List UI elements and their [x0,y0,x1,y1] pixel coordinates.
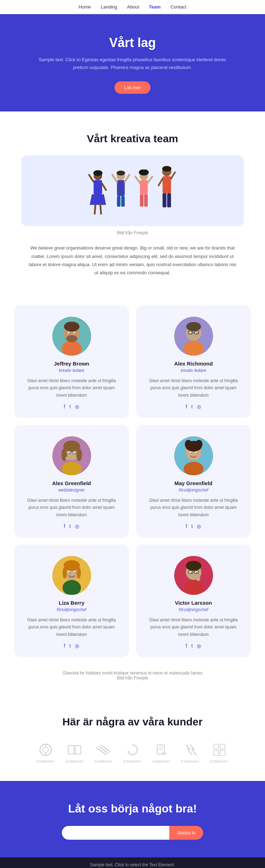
facebook-icon-4[interactable]: f [64,643,65,649]
team-desc-3: Glavi amet ritnisl libero molestie ante … [145,497,242,518]
social-icons-3: f t ◎ [145,523,242,529]
twitter-icon-1[interactable]: t [192,404,193,409]
svg-point-33 [64,322,80,332]
team-intro-title: Vårt kreativa team [21,133,244,145]
svg-point-94 [196,577,200,581]
client-label-5: COMPANY [181,760,200,763]
client-label-4: COMPANY [152,760,171,763]
client-icon-6 [212,742,227,758]
avatar-0 [52,317,91,356]
team-name-5: Victor Larsson [145,600,242,606]
nav-about[interactable]: About [127,4,139,10]
client-icon-4 [154,742,169,758]
cards-footer: Glavrida for habitant morbi tristique se… [0,664,265,695]
team-role-5: försäljningschef [145,607,242,612]
twitter-icon-3[interactable]: t [192,523,193,529]
client-icon-1 [67,742,82,758]
facebook-icon-3[interactable]: f [186,523,187,529]
svg-line-21 [148,177,152,183]
svg-rect-12 [121,196,125,207]
svg-line-6 [95,205,95,214]
facebook-icon-5[interactable]: f [186,643,187,649]
cta-title: Låt oss börja något bra! [35,802,230,815]
svg-rect-24 [163,176,171,193]
avatar-4 [52,556,91,595]
hero-button[interactable]: Läs mer [114,81,151,94]
svg-rect-111 [214,744,219,749]
bottom-bar-text: Sample text. Click to select the Text El… [90,862,175,867]
cta-form: Skicka in [62,826,203,840]
team-name-0: Jeffrey Brown [23,361,120,367]
svg-point-96 [43,747,48,753]
svg-point-62 [65,456,69,460]
client-logo-3: COMPANY [123,742,142,763]
client-label-6: COMPANY [210,760,229,763]
bottom-bar: Sample text. Click to select the Text El… [0,857,265,868]
twitter-icon-5[interactable]: t [192,643,193,649]
team-desc-5: Glavi amet ritnisl libero molestie ante … [145,616,242,638]
svg-point-86 [186,561,201,571]
client-logo-1: COMPANY [65,742,84,763]
nav-team[interactable]: Team [149,4,161,10]
team-role-2: webbdesigner [23,488,120,493]
instagram-icon-5[interactable]: ◎ [197,643,201,649]
cta-email-input[interactable] [62,826,169,840]
instagram-icon-3[interactable]: ◎ [197,523,201,529]
instagram-icon-1[interactable]: ◎ [197,404,201,409]
svg-point-84 [184,580,203,595]
team-card-0: Jeffrey Brown kreativ ledare Glavi amet … [14,305,129,418]
svg-line-5 [102,184,106,190]
team-card-2: Alex Greenfield webbdesigner Glavi amet … [14,425,129,538]
figure-1 [88,169,108,215]
client-label-1: COMPANY [65,760,84,763]
svg-point-71 [190,452,192,453]
client-logo-0: COMPANY [37,742,55,763]
svg-point-36 [69,333,70,334]
svg-point-78 [77,567,81,579]
svg-marker-3 [90,194,106,205]
team-desc-4: Glavi amet ritnisl libero molestie ante … [23,616,120,638]
nav-home[interactable]: Home [79,4,91,10]
client-logo-5: COMPANY [181,742,200,763]
figure-4 [157,166,177,215]
cta-submit-button[interactable]: Skicka in [169,826,203,840]
svg-rect-10 [117,180,125,196]
svg-line-14 [125,175,129,182]
svg-point-57 [69,452,70,453]
svg-point-30 [62,341,82,356]
hero-description: Sample text. Click to Egestas egestas fr… [35,56,230,71]
svg-point-45 [196,332,197,333]
svg-point-41 [186,322,201,331]
client-icon-3 [125,742,140,758]
facebook-icon-2[interactable]: f [64,523,65,529]
team-role-1: kreativ ledare [145,368,242,373]
client-icon-5 [183,742,198,758]
facebook-icon-1[interactable]: f [186,404,187,409]
svg-point-68 [195,440,202,448]
svg-line-20 [135,177,140,183]
twitter-icon-4[interactable]: t [70,643,71,649]
instagram-icon-0[interactable]: ◎ [75,404,79,409]
svg-line-27 [159,179,163,185]
instagram-icon-2[interactable]: ◎ [75,523,79,529]
facebook-icon-0[interactable]: f [64,404,65,409]
nav-contact[interactable]: Contact [171,4,187,10]
team-card-1: Alex Richmond kreativ ledare Glavi amet … [136,305,251,418]
svg-rect-99 [68,746,74,754]
twitter-icon-0[interactable]: t [70,404,71,409]
svg-point-39 [184,341,204,356]
svg-rect-25 [163,193,166,207]
avatar-5 [174,556,213,595]
client-label-3: COMPANY [123,760,142,763]
svg-rect-2 [94,180,102,194]
svg-point-9 [117,171,125,176]
nav-landing[interactable]: Landing [101,4,117,10]
twitter-icon-2[interactable]: t [70,523,71,529]
svg-rect-11 [117,196,120,207]
svg-point-81 [69,572,70,573]
client-label-0: COMPANY [37,760,55,763]
avatar-1 [174,317,213,356]
avatar-3 [174,436,213,475]
instagram-icon-4[interactable]: ◎ [75,643,79,649]
team-illustration [21,155,244,226]
